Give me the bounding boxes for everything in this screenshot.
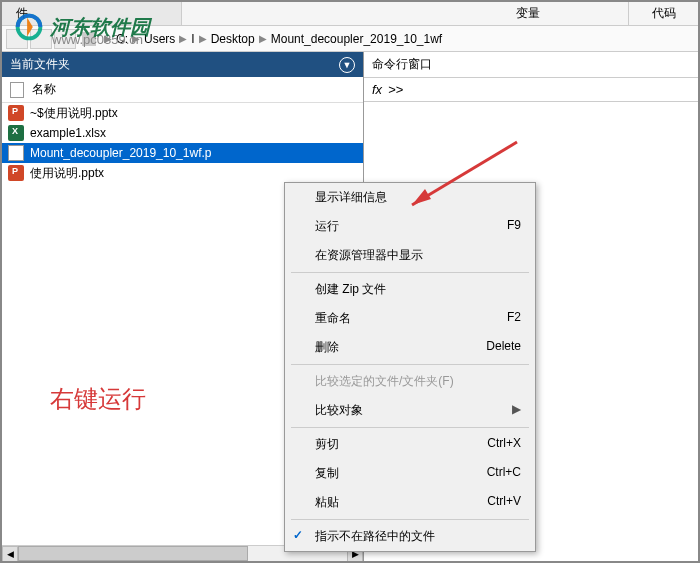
breadcrumb-part[interactable]: Mount_decoupler_2019_10_1wf — [271, 32, 442, 46]
file-icon — [10, 82, 24, 98]
wf-icon — [8, 145, 24, 161]
fx-label: fx — [372, 82, 382, 97]
scroll-thumb[interactable] — [18, 546, 248, 561]
xlsx-icon — [8, 125, 24, 141]
column-name[interactable]: 名称 — [32, 81, 56, 98]
file-row[interactable]: example1.xlsx — [2, 123, 363, 143]
file-row-selected[interactable]: Mount_decoupler_2019_10_1wf.p — [2, 143, 363, 163]
menu-delete[interactable]: 删除Delete — [285, 333, 535, 362]
menu-separator — [291, 519, 529, 520]
chevron-right-icon: ▶ — [259, 33, 267, 44]
context-menu: 显示详细信息 运行F9 在资源管理器中显示 创建 Zip 文件 重命名F2 删除… — [284, 182, 536, 552]
file-name: example1.xlsx — [30, 126, 106, 140]
menu-compare-against[interactable]: 比较对象▶ — [285, 396, 535, 425]
file-name: Mount_decoupler_2019_10_1wf.p — [30, 146, 211, 160]
annotation-text: 右键运行 — [50, 383, 146, 415]
ppt-icon — [8, 165, 24, 181]
watermark-site-name: 河东软件园 — [50, 14, 150, 41]
menu-create-zip[interactable]: 创建 Zip 文件 — [285, 275, 535, 304]
file-row[interactable]: 使用说明.pptx — [2, 163, 363, 183]
menu-separator — [291, 364, 529, 365]
fx-prompt[interactable]: >> — [388, 82, 403, 97]
tab-variables[interactable]: 变量 — [428, 2, 628, 25]
watermark-logo-area: 河东软件园 — [10, 8, 150, 46]
file-row[interactable]: ~$使用说明.pptx — [2, 103, 363, 123]
menu-indicate-not-on-path[interactable]: ✓指示不在路径中的文件 — [285, 522, 535, 551]
menu-paste[interactable]: 粘贴Ctrl+V — [285, 488, 535, 517]
ppt-icon — [8, 105, 24, 121]
file-list-header: 名称 — [2, 77, 363, 103]
command-window-title: 命令行窗口 — [364, 52, 698, 78]
file-name: ~$使用说明.pptx — [30, 105, 118, 122]
site-logo-icon — [10, 8, 48, 46]
menu-cut[interactable]: 剪切Ctrl+X — [285, 430, 535, 459]
menu-separator — [291, 272, 529, 273]
breadcrumb-part[interactable]: I — [191, 32, 194, 46]
menu-copy[interactable]: 复制Ctrl+C — [285, 459, 535, 488]
menu-compare-selected: 比较选定的文件/文件夹(F) — [285, 367, 535, 396]
folder-panel-title: 当前文件夹 — [10, 56, 70, 73]
chevron-right-icon: ▶ — [179, 33, 187, 44]
tab-code[interactable]: 代码 — [628, 2, 698, 25]
panel-menu-icon[interactable]: ▼ — [339, 57, 355, 73]
chevron-right-icon: ▶ — [199, 33, 207, 44]
scroll-left-button[interactable]: ◀ — [2, 546, 18, 561]
file-name: 使用说明.pptx — [30, 165, 104, 182]
menu-show-in-explorer[interactable]: 在资源管理器中显示 — [285, 241, 535, 270]
menu-rename[interactable]: 重命名F2 — [285, 304, 535, 333]
folder-panel-header: 当前文件夹 ▼ — [2, 52, 363, 77]
menu-separator — [291, 427, 529, 428]
svg-marker-2 — [412, 189, 431, 205]
fx-bar: fx >> — [364, 78, 698, 102]
check-icon: ✓ — [293, 528, 303, 542]
breadcrumb-part[interactable]: Desktop — [211, 32, 255, 46]
annotation-arrow-icon — [397, 137, 527, 217]
chevron-right-icon: ▶ — [512, 402, 521, 419]
